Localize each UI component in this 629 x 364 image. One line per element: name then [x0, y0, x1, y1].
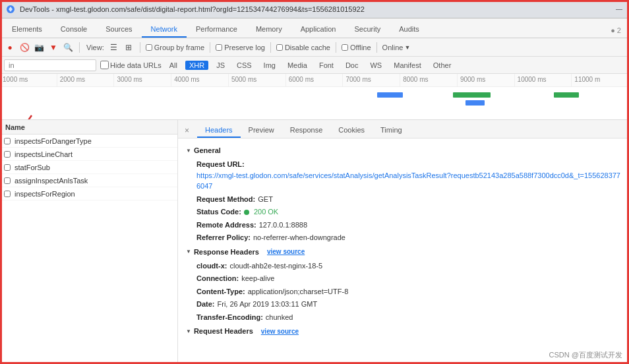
request-checkbox-3[interactable]: [4, 177, 11, 184]
request-checkbox-1[interactable]: [4, 151, 11, 158]
tick-11000: 11000 m: [572, 74, 629, 86]
devtools-tabs: Elements Console Sources Network Perform…: [3, 22, 429, 38]
response-header-key-3: Date:: [196, 299, 215, 310]
filter-other-btn[interactable]: Other: [429, 61, 456, 70]
favicon-icon: [5, 4, 16, 15]
request-url-key: Request URL:: [196, 159, 245, 170]
response-header-key-4: Transfer-Encoding:: [196, 312, 263, 323]
separator-6: [376, 42, 377, 53]
tab-audits[interactable]: Audits: [390, 22, 429, 38]
detail-tab-headers[interactable]: Headers: [197, 123, 241, 138]
request-method-row: Request Method: GET: [196, 194, 621, 205]
separator-1: [79, 42, 80, 53]
record-button[interactable]: ●: [4, 42, 16, 53]
tick-8000: 8000 ms: [400, 74, 458, 86]
detail-tab-preview[interactable]: Preview: [241, 123, 282, 138]
general-section-header: General: [186, 144, 621, 157]
tab-count: ● 2: [605, 23, 626, 38]
response-header-row-3: Date: Fri, 26 Apr 2019 13:03:11 GMT: [196, 299, 621, 310]
watermark: CSDN @百度测试开发: [549, 350, 622, 360]
online-dropdown[interactable]: Online ▼: [382, 44, 411, 51]
filter-media-btn[interactable]: Media: [284, 61, 311, 70]
detail-tab-cookies[interactable]: Cookies: [330, 123, 373, 138]
response-header-key-1: Connection:: [196, 273, 239, 284]
tick-2000: 2000 ms: [57, 74, 115, 86]
filter-xhr-btn[interactable]: XHR: [185, 61, 208, 70]
filter-manifest-btn[interactable]: Manifest: [390, 61, 425, 70]
tab-network[interactable]: Network: [142, 22, 187, 38]
request-checkbox-4[interactable]: [4, 191, 11, 197]
request-item-name-1: inspectsLineChart: [15, 150, 73, 158]
preserve-log-checkbox[interactable]: [216, 44, 222, 51]
filter-font-btn[interactable]: Font: [315, 61, 338, 70]
request-headers-view-source[interactable]: view source: [261, 328, 299, 335]
title-bar: DevTools - xmgl-test.glodon.com/safe/dis…: [0, 0, 629, 18]
disable-cache-label: Disable cache: [276, 44, 330, 51]
tab-security[interactable]: Security: [345, 22, 390, 38]
list-view-icon[interactable]: ☰: [108, 42, 120, 53]
filter-icon[interactable]: ▼: [47, 42, 59, 53]
filter-input[interactable]: [4, 59, 96, 71]
camera-icon[interactable]: 📷: [33, 42, 45, 53]
group-by-frame-checkbox[interactable]: [146, 44, 152, 51]
response-header-value-0: cloudt-ahb2e-test-nginx-18-5: [229, 260, 322, 272]
request-checkbox-2[interactable]: [4, 164, 11, 171]
tab-memory[interactable]: Memory: [247, 22, 291, 38]
devtools-tab-bar: Elements Console Sources Network Perform…: [0, 18, 629, 38]
network-toolbar: ● 🚫 📷 ▼ 🔍 View: ☰ ⊞ Group by frame Prese…: [0, 38, 629, 57]
large-rows-icon[interactable]: ⊞: [123, 42, 135, 53]
tab-console[interactable]: Console: [51, 22, 96, 38]
filter-css-btn[interactable]: CSS: [233, 61, 256, 70]
tab-performance[interactable]: Performance: [187, 22, 247, 38]
detail-tab-response[interactable]: Response: [282, 123, 331, 138]
request-item-3[interactable]: assignInspectAnlsTask: [0, 174, 177, 187]
separator-5: [336, 42, 336, 53]
offline-checkbox[interactable]: [342, 44, 348, 51]
request-method-value: GET: [258, 194, 273, 205]
request-item-name-4: inspectsForRegion: [15, 190, 75, 198]
request-item-4[interactable]: inspectsForRegion: [0, 187, 177, 200]
remote-address-key: Remote Address:: [196, 220, 256, 231]
timeline-panel: 1000 ms 2000 ms 3000 ms 4000 ms 5000 ms …: [0, 74, 629, 120]
clear-button[interactable]: 🚫: [18, 42, 30, 53]
chevron-down-icon: ▼: [404, 44, 410, 51]
detail-close-button[interactable]: ×: [182, 123, 192, 138]
filter-all-btn[interactable]: All: [165, 61, 181, 70]
response-headers-section-header: Response Headers view source: [186, 245, 621, 258]
hide-data-urls-checkbox[interactable]: [100, 61, 109, 69]
request-method-key: Request Method:: [196, 194, 255, 205]
tick-5000: 5000 ms: [229, 74, 286, 86]
preserve-log-label: Preserve log: [216, 44, 265, 51]
filter-js-btn[interactable]: JS: [212, 61, 229, 70]
tab-application[interactable]: Application: [291, 22, 345, 38]
detail-tab-timing[interactable]: Timing: [373, 123, 410, 138]
request-checkbox-0[interactable]: [4, 138, 11, 144]
search-icon[interactable]: 🔍: [62, 42, 74, 53]
title-bar-text: DevTools - xmgl-test.glodon.com/safe/dis…: [20, 5, 624, 13]
response-header-value-2: application/json;charset=UTF-8: [248, 286, 349, 297]
request-item-0[interactable]: inspectsForDangerType: [0, 135, 177, 148]
request-url-value: https://xmgl-test.glodon.com/safe/servic…: [196, 170, 621, 192]
response-header-row-0: cloudt-x: cloudt-ahb2e-test-nginx-18-5: [196, 260, 621, 272]
response-headers-view-source[interactable]: view source: [267, 248, 305, 255]
request-item-name-3: assignInspectAnlsTask: [15, 177, 88, 185]
request-item-1[interactable]: inspectsLineChart: [0, 148, 177, 161]
tab-elements[interactable]: Elements: [3, 22, 51, 38]
disable-cache-checkbox[interactable]: [276, 44, 283, 51]
request-list-header: Name: [0, 120, 177, 135]
remote-address-value: 127.0.0.1:8888: [259, 220, 307, 231]
tab-sources[interactable]: Sources: [96, 22, 141, 38]
timeline-ruler: 1000 ms 2000 ms 3000 ms 4000 ms 5000 ms …: [0, 74, 629, 87]
minimize-button[interactable]: —: [614, 5, 624, 14]
request-item-2[interactable]: statForSub: [0, 161, 177, 174]
status-dot-icon: [244, 210, 249, 215]
offline-label: Offline: [342, 44, 371, 51]
tick-10000: 10000 ms: [515, 74, 572, 86]
separator-2: [140, 42, 140, 53]
tick-6000: 6000 ms: [286, 74, 344, 86]
filter-doc-btn[interactable]: Doc: [342, 61, 363, 70]
filter-img-btn[interactable]: Img: [260, 61, 280, 70]
filter-ws-btn[interactable]: WS: [366, 61, 386, 70]
tick-1000: 1000 ms: [0, 74, 57, 86]
hide-data-urls-label: Hide data URLs: [100, 61, 162, 69]
